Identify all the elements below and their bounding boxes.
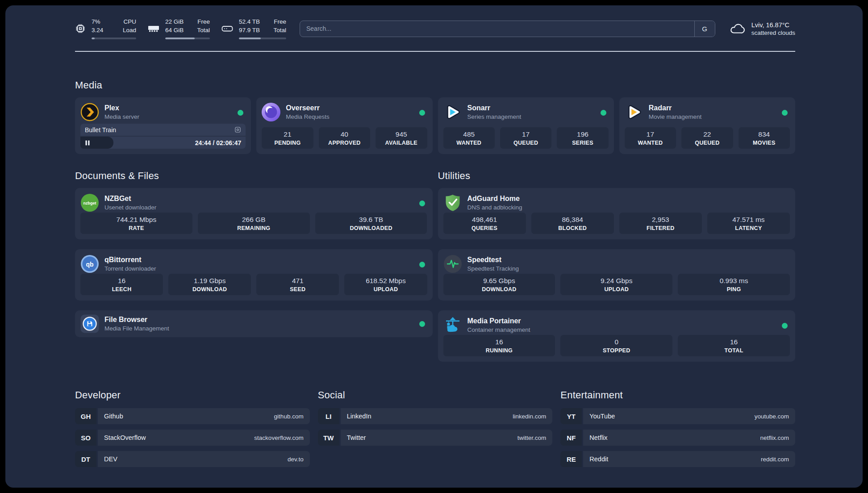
memory-progress-bar <box>165 38 210 40</box>
filebrowser-icon <box>80 314 99 333</box>
app-card-speedtest[interactable]: Speedtest Speedtest Tracking 9.65 Gbps D… <box>438 249 796 301</box>
stat-label: QUEUED <box>513 140 538 146</box>
bookmark-stackoverflow[interactable]: SO StackOverflow stackoverflow.com <box>75 430 310 446</box>
stat-approved: 40 APPROVED <box>319 127 370 149</box>
status-dot <box>782 323 788 329</box>
bookmark-pill: Reddit reddit.com <box>583 451 795 467</box>
pause-icon[interactable] <box>80 140 90 146</box>
overseerr-icon <box>262 103 280 121</box>
cpu-usage-value: 7% <box>92 18 103 26</box>
documents-cards: nzbget NZBGet Usenet downloader 744.21 M… <box>75 188 433 337</box>
qbittorrent-titles: qBittorrent Torrent downloader <box>104 256 156 272</box>
bookmark-group-social: Social LI LinkedIn linkedin.com TW Twitt… <box>318 389 553 472</box>
sonarr-header: Sonarr Series management <box>443 103 609 121</box>
app-card-nzbget[interactable]: nzbget NZBGet Usenet downloader 744.21 M… <box>75 188 433 239</box>
stat-upload: 9.24 Gbps UPLOAD <box>560 274 672 295</box>
sonarr-icon <box>443 103 462 121</box>
cloud-icon <box>729 21 747 36</box>
status-dot <box>419 262 425 267</box>
bookmark-twitter[interactable]: TW Twitter twitter.com <box>318 430 553 446</box>
stat-label: UPLOAD <box>374 286 398 292</box>
stat-download: 9.65 Gbps DOWNLOAD <box>443 274 555 295</box>
bookmark-linkedin[interactable]: LI LinkedIn linkedin.com <box>318 408 553 424</box>
app-title: Plex <box>104 104 139 112</box>
app-subtitle: Usenet downloader <box>104 204 156 211</box>
plex-header: Plex Media server <box>80 103 246 121</box>
portainer-stats: 16 RUNNING 0 STOPPED 16 TOTAL <box>443 335 790 356</box>
bookmark-reddit[interactable]: RE Reddit reddit.com <box>560 451 795 467</box>
cpu-stat-body: 7% 3.24 CPU Load <box>92 18 136 39</box>
bookmark-dev[interactable]: DT DEV dev.to <box>75 451 310 467</box>
app-subtitle: Media File Management <box>104 325 169 332</box>
playback-progress-bar[interactable]: 24:44 / 02:06:47 <box>80 137 246 149</box>
bookmark-netflix[interactable]: NF Netflix netflix.com <box>560 430 795 446</box>
app-title: Radarr <box>649 104 702 112</box>
disk-total-value: 97.9 TB <box>239 26 260 35</box>
bookmark-abbr: DT <box>75 451 96 467</box>
stat-available: 945 AVAILABLE <box>376 127 427 149</box>
bookmark-pill: Twitter twitter.com <box>341 430 553 446</box>
radarr-icon <box>625 103 643 121</box>
stat-movies: 834 MOVIES <box>739 127 790 149</box>
stat-value: 485 <box>463 130 475 138</box>
bookmark-group-entertainment: Entertainment YT YouTube youtube.com NF … <box>560 389 795 472</box>
stat-value: 86,384 <box>562 216 583 224</box>
stat-value: 834 <box>758 130 770 138</box>
bookmark-group-developer: Developer GH Github github.com SO StackO… <box>75 389 310 472</box>
app-card-filebrowser[interactable]: File Browser Media File Management <box>75 310 433 337</box>
app-card-overseerr[interactable]: Overseerr Media Requests 21 PENDING 40 A… <box>256 97 432 154</box>
dashboard-content: 7% 3.24 CPU Load <box>5 18 863 472</box>
stat-value: 2,953 <box>652 216 669 224</box>
stat-value: 945 <box>396 130 407 138</box>
section-title-utilities: Utilities <box>438 170 796 182</box>
portainer-titles: Media Portainer Container management <box>467 317 530 333</box>
bookmark-url: dev.to <box>288 456 304 463</box>
stat-upload: 618.52 Mbps UPLOAD <box>344 274 427 295</box>
stat-label: RUNNING <box>486 347 513 354</box>
bookmark-abbr: GH <box>75 408 96 424</box>
memory-free-value: 22 GiB <box>165 18 184 26</box>
svg-text:nzbget: nzbget <box>83 201 96 205</box>
app-card-qbittorrent[interactable]: qb qBittorrent Torrent downloader 16 LEE… <box>75 249 433 301</box>
bookmark-url: twitter.com <box>517 435 547 441</box>
stat-label: AVAILABLE <box>385 140 417 146</box>
bookmark-youtube[interactable]: YT YouTube youtube.com <box>560 408 795 424</box>
stat-value: 266 GB <box>242 216 266 224</box>
stat-seed: 471 SEED <box>256 274 339 295</box>
stat-label: DOWNLOAD <box>482 286 516 292</box>
disk-free-label: Free <box>273 18 286 26</box>
app-title: Media Portainer <box>467 317 530 325</box>
bookmark-github[interactable]: GH Github github.com <box>75 408 310 424</box>
speedtest-stats: 9.65 Gbps DOWNLOAD 9.24 Gbps UPLOAD 0.99… <box>443 274 790 295</box>
adguard-icon <box>443 193 462 212</box>
stat-queries: 498,461 QUERIES <box>443 213 526 234</box>
stat-value: 16 <box>495 338 503 346</box>
bookmark-group-title: Entertainment <box>560 389 795 401</box>
bookmark-url: github.com <box>274 413 304 420</box>
disk-total-label: Total <box>273 26 286 35</box>
svg-text:qb: qb <box>86 261 93 268</box>
overseerr-header: Overseerr Media Requests <box>262 103 427 121</box>
app-card-plex[interactable]: Plex Media server Bullet Train <box>75 97 251 154</box>
app-card-portainer[interactable]: Media Portainer Container management 16 … <box>438 310 796 362</box>
stat-pending: 21 PENDING <box>262 127 313 149</box>
search-engine-button[interactable]: G <box>694 21 715 37</box>
app-card-radarr[interactable]: Radarr Movie management 17 WANTED 22 QUE… <box>619 97 795 154</box>
stat-label: SEED <box>290 286 305 292</box>
app-subtitle: Media Requests <box>286 113 330 120</box>
stat-label: PING <box>727 286 741 292</box>
stat-ping: 0.993 ms PING <box>678 274 790 295</box>
app-title: File Browser <box>104 316 169 324</box>
search-input[interactable] <box>300 21 694 37</box>
bookmark-abbr: NF <box>560 430 582 446</box>
bookmark-name: YouTube <box>589 413 615 420</box>
stat-value: 744.21 Mbps <box>117 216 157 224</box>
stat-label: PENDING <box>274 140 300 146</box>
stat-wanted: 17 WANTED <box>625 127 676 149</box>
sonarr-titles: Sonarr Series management <box>467 104 522 120</box>
bookmarks-sections: Developer GH Github github.com SO StackO… <box>75 389 795 472</box>
app-card-adguard[interactable]: AdGuard Home DNS and adblocking 498,461 … <box>438 188 796 239</box>
stat-label: SERIES <box>572 140 593 146</box>
app-card-sonarr[interactable]: Sonarr Series management 485 WANTED 17 Q… <box>438 97 614 154</box>
app-subtitle: Torrent downloader <box>104 265 156 272</box>
